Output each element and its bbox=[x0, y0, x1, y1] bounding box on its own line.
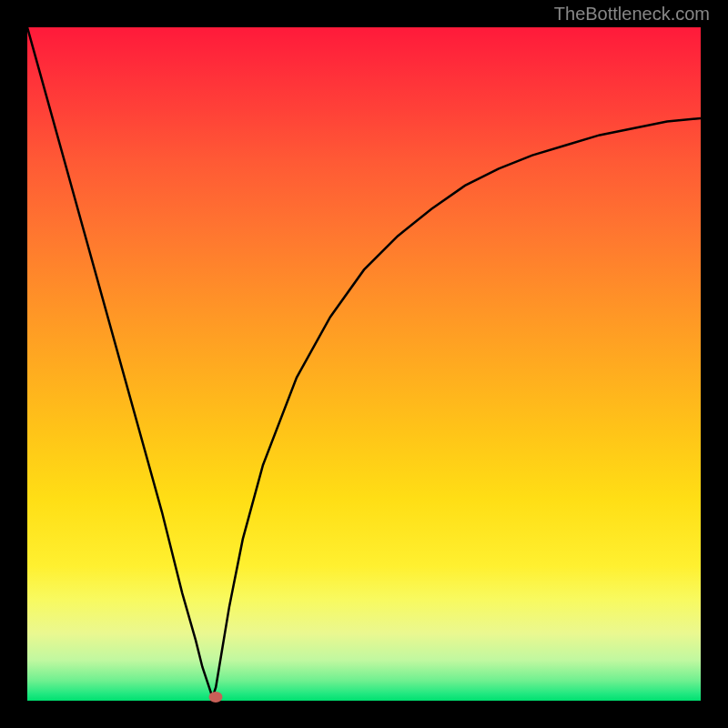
watermark-text: TheBottleneck.com bbox=[554, 4, 710, 25]
bottleneck-curve-svg bbox=[27, 27, 701, 701]
bottleneck-curve-line bbox=[27, 27, 701, 697]
chart-plot-area bbox=[27, 27, 701, 701]
optimal-point-marker bbox=[209, 692, 223, 703]
